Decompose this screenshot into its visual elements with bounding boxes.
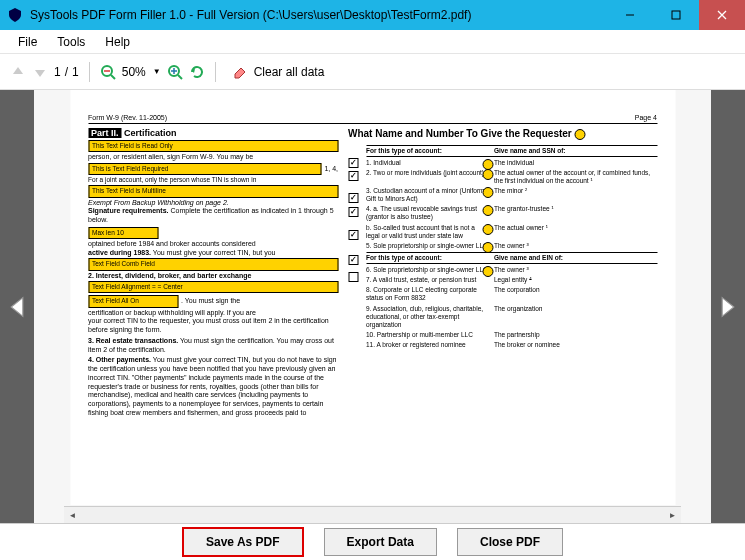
checkbox[interactable]: ✓: [348, 158, 358, 168]
arrow-down-icon[interactable]: [32, 64, 48, 80]
eraser-icon: [232, 64, 248, 80]
checkbox[interactable]: ✓: [348, 230, 358, 240]
checkbox[interactable]: ✓: [348, 193, 358, 203]
minimize-button[interactable]: [607, 0, 653, 30]
checkbox[interactable]: ✓: [348, 207, 358, 217]
close-pdf-button[interactable]: Close PDF: [457, 528, 563, 556]
form-field-multiline[interactable]: This Text Field is Multiline: [88, 185, 338, 197]
clear-label: Clear all data: [254, 65, 325, 79]
menubar: File Tools Help: [0, 30, 745, 54]
form-field-readonly[interactable]: This Text Field is Read Only: [88, 140, 338, 152]
menu-tools[interactable]: Tools: [47, 30, 95, 53]
scroll-right-button[interactable]: ►: [664, 507, 681, 524]
table-row: 4. a. The usual revocable savings trust …: [366, 205, 657, 221]
separator: [215, 62, 216, 82]
form-field-required[interactable]: This is Text Field Required: [88, 163, 321, 175]
export-data-button[interactable]: Export Data: [324, 528, 437, 556]
prev-page-arrow[interactable]: [0, 90, 34, 523]
titlebar: SysTools PDF Form Filler 1.0 - Full Vers…: [0, 0, 745, 30]
radio-field[interactable]: [482, 266, 493, 277]
form-field-center[interactable]: Text Field Alignment = = Center: [88, 281, 338, 293]
radio-field[interactable]: [482, 224, 493, 235]
document-area[interactable]: Form W-9 (Rev. 11-2005) Page 4 Part II. …: [34, 90, 711, 523]
radio-field[interactable]: [482, 187, 493, 198]
app-icon: [7, 7, 23, 23]
zoom-level[interactable]: 50%▼: [122, 65, 161, 79]
menu-help[interactable]: Help: [95, 30, 140, 53]
pdf-page: Form W-9 (Rev. 11-2005) Page 4 Part II. …: [70, 90, 675, 505]
checkbox[interactable]: ✓: [348, 255, 358, 265]
zoom-out-icon[interactable]: [100, 64, 116, 80]
page-total: 1: [72, 65, 79, 79]
form-id: Form W-9 (Rev. 11-2005): [88, 114, 167, 121]
radio-field[interactable]: [482, 242, 493, 253]
table-row: 9. Association, club, religious, charita…: [366, 305, 657, 329]
svg-rect-0: [672, 11, 680, 19]
table-row: 5. Sole proprietorship or single-owner L…: [366, 242, 657, 250]
separator: [89, 62, 90, 82]
arrow-up-icon[interactable]: [10, 64, 26, 80]
page-current: 1: [54, 65, 61, 79]
footer: Save As PDF Export Data Close PDF: [0, 523, 745, 560]
scroll-track[interactable]: [81, 507, 664, 523]
checkbox[interactable]: [348, 272, 358, 282]
table-row: 1. IndividualThe individual: [366, 159, 657, 167]
menu-file[interactable]: File: [8, 30, 47, 53]
table-row: 10. Partnership or multi-member LLCThe p…: [366, 331, 657, 339]
radio-field[interactable]: [482, 159, 493, 170]
table-row: 6. Sole proprietorship or single-owner L…: [366, 266, 657, 274]
radio-field[interactable]: [482, 169, 493, 180]
next-page-arrow[interactable]: [711, 90, 745, 523]
viewer: Form W-9 (Rev. 11-2005) Page 4 Part II. …: [0, 90, 745, 523]
checkbox[interactable]: ✓: [348, 171, 358, 181]
refresh-icon[interactable]: [189, 64, 205, 80]
scroll-left-button[interactable]: ◄: [64, 507, 81, 524]
page-indicator: 1 / 1: [54, 65, 79, 79]
horizontal-scrollbar[interactable]: ◄ ►: [64, 506, 681, 523]
table-row: 11. A broker or registered nomineeThe br…: [366, 341, 657, 349]
toolbar: 1 / 1 50%▼ Clear all data: [0, 54, 745, 90]
form-field-allon[interactable]: Text Field All On: [88, 295, 178, 307]
page-sep: /: [65, 65, 68, 79]
table-row: 3. Custodian account of a minor (Uniform…: [366, 187, 657, 203]
maximize-button[interactable]: [653, 0, 699, 30]
page-number: Page 4: [635, 114, 657, 121]
form-field-maxlen[interactable]: Max len 10: [88, 227, 158, 239]
form-field-comb[interactable]: Text Field Comb Field: [88, 258, 338, 270]
window-title: SysTools PDF Form Filler 1.0 - Full Vers…: [30, 8, 607, 22]
save-as-pdf-button[interactable]: Save As PDF: [182, 527, 304, 557]
table-row: b. So-called trust account that is not a…: [366, 224, 657, 240]
table-row: 8. Corporate or LLC electing corporate s…: [366, 286, 657, 302]
table-row: 7. A valid trust, estate, or pension tru…: [366, 276, 657, 284]
close-button[interactable]: [699, 0, 745, 30]
table-row: 2. Two or more individuals (joint accoun…: [366, 169, 657, 185]
clear-all-data-button[interactable]: Clear all data: [226, 62, 331, 82]
zoom-in-icon[interactable]: [167, 64, 183, 80]
radio-field[interactable]: [575, 129, 586, 140]
